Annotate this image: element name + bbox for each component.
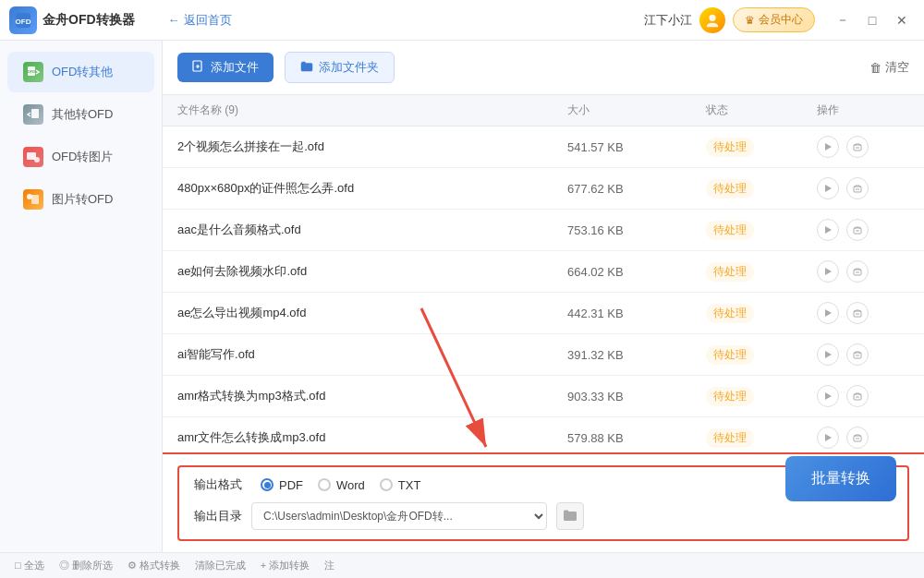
sidebar-label-img-ofd: 图片转OFD <box>52 191 113 208</box>
svg-rect-14 <box>854 187 861 192</box>
file-status: 待处理 <box>706 428 817 448</box>
file-size: 579.88 KB <box>567 431 706 445</box>
table-row: 480px×680px的证件照怎么弄.ofd 677.62 KB 待处理 <box>163 168 924 210</box>
svg-rect-5 <box>31 109 39 118</box>
back-btn[interactable]: ← 返回首页 <box>153 6 247 35</box>
delete-btn[interactable] <box>846 385 869 407</box>
svg-marker-19 <box>825 309 832 317</box>
play-btn[interactable] <box>817 385 839 407</box>
play-btn[interactable] <box>817 260 839 283</box>
status-convert[interactable]: ⚙ 格式转换 <box>128 559 180 572</box>
format-label: 输出格式 <box>194 476 242 493</box>
play-btn[interactable] <box>817 177 839 199</box>
status-add-convert[interactable]: + 添加转换 <box>261 559 310 572</box>
back-arrow-icon: ← <box>168 13 180 27</box>
format-txt[interactable]: TXT <box>380 478 421 492</box>
batch-convert-label: 批量转换 <box>811 470 870 486</box>
file-name: aac是什么音频格式.ofd <box>177 222 567 238</box>
status-clear-done[interactable]: 清除已完成 <box>195 559 246 572</box>
file-size: 677.62 KB <box>567 182 706 196</box>
file-name: 480px×680px的证件照怎么弄.ofd <box>177 180 567 197</box>
status-delete[interactable]: ◎ 删除所选 <box>59 559 113 572</box>
vip-crown-icon: ♛ <box>745 14 755 27</box>
back-btn-label: 返回首页 <box>184 12 232 29</box>
svg-rect-18 <box>854 270 861 275</box>
minimize-btn[interactable]: － <box>830 7 856 33</box>
sidebar-item-img-to-ofd[interactable]: 图片转OFD <box>7 179 154 220</box>
header-actions: 操作 <box>817 102 909 118</box>
svg-rect-22 <box>854 353 861 358</box>
file-status: 待处理 <box>706 345 817 365</box>
browse-folder-btn[interactable] <box>556 502 584 530</box>
content-wrapper: 添加文件 添加文件夹 🗑 清空 <box>163 41 924 552</box>
format-pdf[interactable]: PDF <box>261 478 303 492</box>
delete-btn[interactable] <box>846 260 869 283</box>
file-size: 903.33 KB <box>567 390 706 403</box>
output-path-select[interactable]: C:\Users\admin\Desktop\金舟OFD转... <box>251 502 547 530</box>
sidebar-item-other-to-ofd[interactable]: 其他转OFD <box>7 94 154 135</box>
play-btn[interactable] <box>817 427 839 449</box>
status-bar: □ 全选 ◎ 删除所选 ⚙ 格式转换 清除已完成 + 添加转换 注 <box>0 552 924 578</box>
file-status: 待处理 <box>706 387 817 406</box>
play-btn[interactable] <box>817 219 839 241</box>
app-logo: OFD 金舟OFD转换器 <box>9 6 135 34</box>
status-select-all[interactable]: □ 全选 <box>15 559 44 572</box>
user-avatar <box>699 7 725 33</box>
file-name: ae怎么导出视频mp4.ofd <box>177 305 567 321</box>
format-word[interactable]: Word <box>318 478 365 492</box>
file-actions <box>817 219 909 241</box>
close-btn[interactable]: ✕ <box>889 7 915 33</box>
svg-marker-21 <box>825 351 832 358</box>
delete-btn[interactable] <box>846 343 869 366</box>
svg-marker-11 <box>825 143 832 151</box>
file-status: 待处理 <box>706 304 817 323</box>
radio-word-label: Word <box>336 478 365 492</box>
status-note: 注 <box>324 559 334 572</box>
table-row: ae怎么导出视频mp4.ofd 442.31 KB 待处理 <box>163 293 924 334</box>
clear-btn[interactable]: 🗑 清空 <box>869 59 909 76</box>
file-size: 541.57 KB <box>567 140 706 154</box>
toolbar: 添加文件 添加文件夹 🗑 清空 <box>163 41 924 95</box>
play-btn[interactable] <box>817 343 839 366</box>
file-status: 待处理 <box>706 262 817 282</box>
delete-btn[interactable] <box>846 136 869 158</box>
header-status: 状态 <box>706 102 817 118</box>
app-window: OFD 金舟OFD转换器 ← 返回首页 江下小江 ♛ 会员中心 <box>0 0 924 578</box>
file-status: 待处理 <box>706 138 817 157</box>
add-folder-icon <box>300 61 313 75</box>
add-file-btn[interactable]: 添加文件 <box>177 53 274 82</box>
logo-icon: OFD <box>9 6 37 34</box>
add-folder-btn[interactable]: 添加文件夹 <box>285 52 395 83</box>
output-dir-row: 输出目录 C:\Users\admin\Desktop\金舟OFD转... <box>194 502 893 530</box>
vip-btn[interactable]: ♛ 会员中心 <box>733 7 815 32</box>
file-actions <box>817 343 909 366</box>
table-row: ai智能写作.ofd 391.32 KB 待处理 <box>163 334 924 376</box>
add-folder-label: 添加文件夹 <box>319 59 379 76</box>
batch-convert-btn[interactable]: 批量转换 <box>785 456 896 501</box>
radio-pdf-circle <box>261 478 274 491</box>
play-btn[interactable] <box>817 302 839 324</box>
radio-txt-label: TXT <box>398 478 421 492</box>
delete-btn[interactable] <box>846 302 869 324</box>
file-actions <box>817 302 909 324</box>
username: 江下小江 <box>644 12 692 29</box>
delete-btn[interactable] <box>846 177 869 199</box>
file-actions <box>817 177 909 199</box>
delete-btn[interactable] <box>846 219 869 241</box>
file-actions <box>817 136 909 158</box>
svg-text:OFD: OFD <box>28 69 36 74</box>
table-row: amr文件怎么转换成mp3.ofd 579.88 KB 待处理 <box>163 417 924 452</box>
file-actions <box>817 260 909 283</box>
delete-btn[interactable] <box>846 427 869 449</box>
play-btn[interactable] <box>817 136 839 158</box>
sidebar-item-ofd-to-img[interactable]: OFD转图片 <box>7 137 154 177</box>
svg-rect-16 <box>854 228 861 234</box>
svg-point-7 <box>34 157 40 163</box>
sidebar-label-other-ofd: 其他转OFD <box>52 106 113 123</box>
table-row: amr格式转换为mp3格式.ofd 903.33 KB 待处理 <box>163 376 924 417</box>
sidebar-item-ofd-to-other[interactable]: OFD OFD转其他 <box>7 52 154 92</box>
other-ofd-icon <box>22 103 44 126</box>
radio-pdf-label: PDF <box>279 478 303 492</box>
radio-word-circle <box>318 478 331 491</box>
maximize-btn[interactable]: □ <box>859 7 885 33</box>
